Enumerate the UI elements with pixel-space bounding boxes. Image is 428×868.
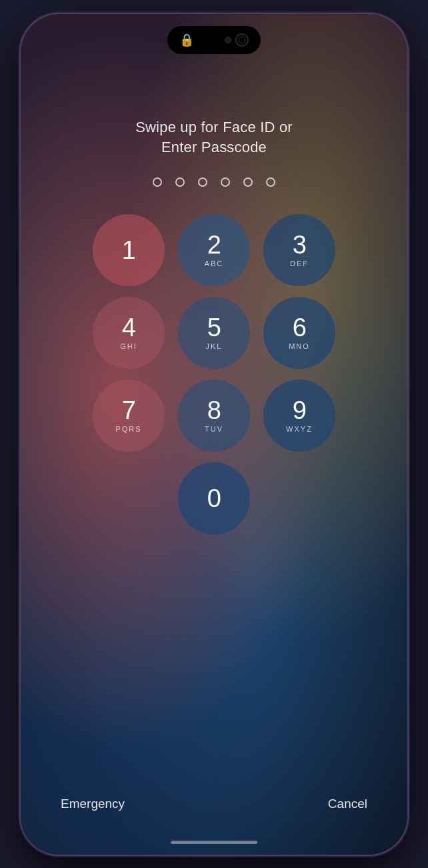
lock-icon: 🔒: [179, 33, 194, 47]
swipe-instruction: Swipe up for Face ID or Enter Passcode: [21, 117, 407, 159]
numpad-row-2: 4 GHI 5 JKL 6 MNO: [93, 297, 335, 369]
key-1[interactable]: 1: [93, 214, 165, 286]
cancel-button[interactable]: Cancel: [328, 797, 367, 811]
key-9[interactable]: 9 WXYZ: [263, 380, 335, 452]
key-4[interactable]: 4 GHI: [93, 297, 165, 369]
passcode-dot-1: [153, 177, 162, 187]
passcode-dot-2: [175, 177, 185, 187]
numpad-row-3: 7 PQRS 8 TUV 9 WXYZ: [93, 380, 335, 452]
home-indicator[interactable]: [171, 841, 257, 844]
passcode-dot-3: [198, 177, 207, 187]
key-3[interactable]: 3 DEF: [263, 214, 335, 286]
numpad: 1 2 ABC 3 DEF 4 GHI 5 JKL: [21, 214, 407, 534]
passcode-dot-6: [266, 177, 275, 187]
numpad-spacer-left: [93, 462, 165, 534]
passcode-dot-4: [221, 177, 230, 187]
camera-dot: [225, 37, 231, 43]
passcode-dots: [21, 177, 407, 187]
key-6[interactable]: 6 MNO: [263, 297, 335, 369]
emergency-button[interactable]: Emergency: [61, 797, 125, 811]
key-2[interactable]: 2 ABC: [178, 214, 250, 286]
key-8[interactable]: 8 TUV: [178, 380, 250, 452]
key-5[interactable]: 5 JKL: [178, 297, 250, 369]
key-7[interactable]: 7 PQRS: [93, 380, 165, 452]
passcode-dot-5: [243, 177, 253, 187]
lock-screen: 🔒 Swipe up for Face ID or Enter Passcode: [21, 14, 407, 855]
bottom-actions: Emergency Cancel: [21, 797, 407, 811]
camera-area: [225, 33, 249, 47]
phone-frame: 🔒 Swipe up for Face ID or Enter Passcode: [21, 14, 407, 855]
face-id-icon: [235, 33, 249, 47]
key-0[interactable]: 0: [178, 462, 250, 534]
numpad-spacer-right: [263, 462, 335, 534]
dynamic-island: 🔒: [167, 26, 261, 54]
numpad-row-1: 1 2 ABC 3 DEF: [93, 214, 335, 286]
numpad-row-zero: 0: [93, 462, 335, 534]
